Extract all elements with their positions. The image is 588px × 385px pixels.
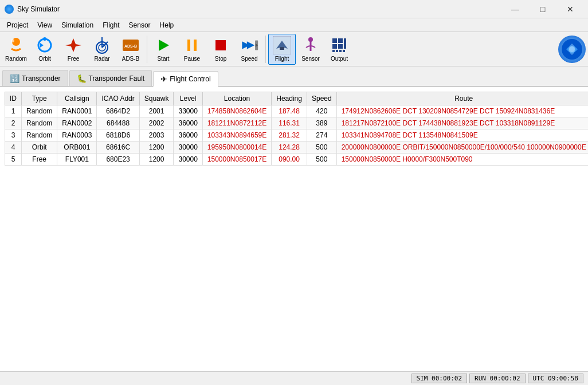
maximize-button[interactable]: □ [530,1,556,18]
radar-button[interactable]: Radar [88,34,116,65]
table-row[interactable]: 2 Random RAN0002 684488 2002 36000 18121… [5,117,589,129]
cell-id: 1 [5,105,22,117]
cell-callsign: RAN0001 [57,105,97,117]
col-speed: Speed [307,92,336,105]
output-button[interactable]: Output [326,34,353,65]
svg-point-2 [11,39,14,42]
svg-rect-18 [187,40,190,51]
adsb-button[interactable]: ADS-B ADS-B [117,34,144,65]
window-controls: — □ ✕ [502,1,583,18]
status-bar: SIM 00:00:02 RUN 00:00:02 UTC 09:00:58 [0,371,588,385]
output-icon [330,36,348,54]
sensor-icon [301,36,320,54]
cell-squawk: 1200 [139,154,174,166]
cell-icao: 684488 [97,117,139,129]
table-row[interactable]: 3 Random RAN0003 6818D6 2003 36000 10334… [5,129,589,142]
flight-button[interactable]: Flight [268,34,296,65]
cell-squawk: 2001 [139,105,174,117]
cell-route: 174912N0862606E DCT 130209N0854729E DCT … [336,105,588,117]
orbit-button[interactable]: Orbit [31,34,58,65]
table-header-row: ID Type Callsign ICAO Addr Squawk Level … [5,92,589,105]
sensor-button[interactable]: Sensor [297,34,324,65]
menu-help[interactable]: Help [155,20,179,30]
cell-id: 4 [5,142,22,154]
cell-heading: 187.48 [272,105,307,117]
col-type: Type [22,92,57,105]
cell-id: 2 [5,117,22,129]
adsb-icon: ADS-B [121,36,140,54]
cell-heading: 281.32 [272,129,307,142]
radar-icon [93,36,111,54]
adsb-label: ADS-B [122,56,140,62]
cell-callsign: ORB001 [57,142,97,154]
stop-button[interactable]: Stop [207,34,234,65]
cell-speed: 500 [307,142,336,154]
cell-speed: 274 [307,129,336,142]
radar-label: Radar [94,56,109,62]
menu-view[interactable]: View [33,20,57,30]
start-button[interactable]: Start [150,34,177,65]
menu-simulation[interactable]: Simulation [57,20,98,30]
col-icao: ICAO Addr [97,92,139,105]
cell-type: Random [22,117,57,129]
stop-icon [211,36,230,54]
cell-route: 150000N0850000E H0000/F300N500T090 [336,154,588,166]
sensor-label: Sensor [301,56,320,62]
cell-icao: 68616C [97,142,139,154]
cell-route: 181217N0872100E DCT 174438N0881923E DCT … [336,117,588,129]
tab-transponder[interactable]: 🔢 Transponder [2,70,68,86]
free-button[interactable]: Free [60,34,87,65]
cell-id: 3 [5,129,22,142]
separator-1 [147,36,147,63]
menu-bar: Project View Simulation Flight Sensor He… [0,18,588,32]
svg-rect-36 [332,50,335,52]
col-route: Route [336,92,588,105]
speed-button[interactable]: Speed [236,34,263,65]
menu-sensor[interactable]: Sensor [124,20,155,30]
cell-heading: 124.28 [272,142,307,154]
cell-callsign: RAN0002 [57,117,97,129]
menu-project[interactable]: Project [2,20,33,30]
svg-rect-19 [194,40,197,51]
cell-icao: 6818D6 [97,129,139,142]
tab-transponder-fault[interactable]: 🐛 Transponder Fault [69,70,152,86]
flight-table: ID Type Callsign ICAO Addr Squawk Level … [5,92,588,166]
svg-rect-35 [338,44,343,49]
col-location: Location [202,92,271,105]
cell-speed: 389 [307,117,336,129]
svg-rect-38 [339,50,342,52]
utc-time: UTC 09:00:58 [528,374,583,383]
cell-type: Random [22,105,57,117]
start-label: Start [157,56,169,62]
random-button[interactable]: Random [2,34,30,65]
main-content: ID Type Callsign ICAO Addr Squawk Level … [0,87,588,371]
cell-type: Free [22,154,57,166]
svg-point-5 [43,37,46,41]
random-icon [7,36,25,54]
table-row[interactable]: 1 Random RAN0001 6864D2 2001 33000 17485… [5,105,589,117]
table-row[interactable]: 5 Free FLY001 680E23 1200 30000 150000N0… [5,154,589,166]
cell-squawk: 1200 [139,142,174,154]
cell-callsign: RAN0003 [57,129,97,142]
tab-flight-control[interactable]: ✈ Flight Control [153,71,218,87]
cell-location: 181211N0872112E [202,117,271,129]
tab-bar: 🔢 Transponder 🐛 Transponder Fault ✈ Flig… [0,66,588,87]
col-squawk: Squawk [139,92,174,105]
close-button[interactable]: ✕ [557,1,583,18]
svg-point-30 [308,37,313,42]
tab-flight-control-label: Flight Control [170,75,210,83]
sim-time: SIM 00:00:02 [411,374,467,383]
cell-route: 200000N0800000E ORBIT/150000N0850000E/10… [336,142,588,154]
app-icon [5,5,14,14]
minimize-button[interactable]: — [502,1,528,18]
cell-id: 5 [5,154,22,166]
cell-squawk: 2003 [139,129,174,142]
svg-rect-21 [215,40,226,50]
pause-button[interactable]: Pause [178,34,206,65]
cell-level: 36000 [174,117,202,129]
table-row[interactable]: 4 Orbit ORB001 68616C 1200 30000 195950N… [5,142,589,154]
menu-flight[interactable]: Flight [98,20,124,30]
stop-label: Stop [215,56,227,62]
svg-rect-17 [183,36,201,54]
separator-2 [265,36,266,63]
